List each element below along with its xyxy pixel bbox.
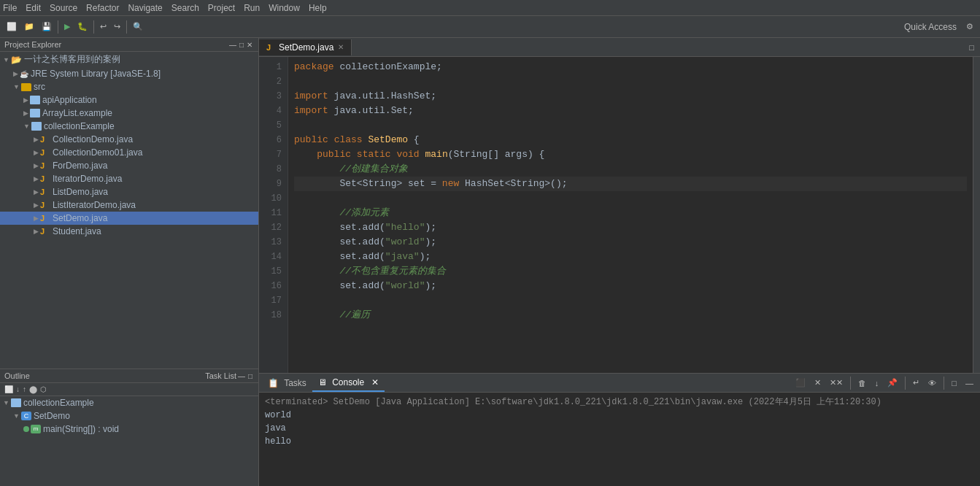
tab-setdemo[interactable]: SetDemo.java ✕: [259, 39, 352, 55]
tree-src[interactable]: ▼ src: [0, 80, 258, 93]
src-expand-icon: ▼: [13, 83, 20, 90]
outline-header: Outline Task List — □: [0, 369, 258, 383]
menu-project[interactable]: Project: [208, 3, 235, 13]
close-button[interactable]: ✕: [245, 41, 254, 49]
menu-run[interactable]: Run: [244, 3, 260, 13]
class-icon: C: [21, 412, 31, 420]
outline-btn-3[interactable]: ↑: [21, 385, 28, 394]
class-expand-icon: ▼: [13, 412, 20, 420]
outline-package[interactable]: ▼ collectionExample: [0, 396, 258, 409]
menu-source[interactable]: Source: [50, 3, 77, 13]
tasks-label: Tasks: [284, 378, 306, 388]
maximize-button[interactable]: □: [238, 41, 245, 49]
api-icon: [30, 96, 40, 104]
menu-edit[interactable]: Edit: [26, 3, 41, 13]
editor-tab-bar: SetDemo.java ✕ □: [259, 38, 980, 57]
menu-window[interactable]: Window: [269, 3, 300, 13]
code-editor[interactable]: 123456789101112131415161718 package coll…: [259, 57, 980, 373]
outline-class[interactable]: ▼ C SetDemo: [0, 409, 258, 423]
line-number-9: 9: [265, 177, 282, 191]
new-button[interactable]: ⬜: [4, 20, 20, 33]
code-line-16: set.add("world");: [294, 279, 967, 293]
tree-IteratorDemo[interactable]: ▶ IteratorDemo.java: [0, 172, 258, 185]
save-button[interactable]: 💾: [39, 20, 55, 33]
project-explorer: Project Explorer — □ ✕ ▼ 📂 一计之长博客用到的案例 ▶…: [0, 38, 258, 369]
console-pin-btn[interactable]: 📌: [884, 377, 900, 389]
tree-collection[interactable]: ▼ collectionExample: [0, 120, 258, 133]
undo-button[interactable]: ↩: [97, 20, 109, 33]
outline-toolbar: ⬜ ↓ ↑ ⬤ ⬡: [0, 383, 258, 396]
console-close-icon[interactable]: ✕: [371, 377, 379, 387]
line-number-3: 3: [265, 89, 282, 104]
method-access-icon: [23, 426, 29, 432]
menu-search[interactable]: Search: [171, 3, 199, 13]
open-button[interactable]: 📁: [21, 20, 37, 33]
code-content[interactable]: package collectionExample; import java.u…: [288, 57, 973, 373]
tree-ListDemo[interactable]: ▶ ListDemo.java: [0, 185, 258, 198]
outline-title: Outline: [4, 371, 199, 380]
tree-SetDemo[interactable]: ▶ SetDemo.java: [0, 212, 258, 225]
arraylist-expand-icon: ▶: [23, 109, 28, 117]
console-terminate-btn[interactable]: ✕: [811, 377, 824, 389]
console-maximize-btn[interactable]: □: [949, 377, 960, 389]
console-clear-btn[interactable]: 🗑: [855, 377, 869, 389]
outline-btn-2[interactable]: ↓: [15, 385, 21, 394]
tab-close-icon[interactable]: ✕: [338, 43, 344, 51]
console-remove-btn[interactable]: ✕✕: [827, 377, 846, 389]
menu-navigate[interactable]: Navigate: [128, 3, 162, 13]
console-area: 📋 Tasks 🖥 Console ✕ ⬛ ✕ ✕✕ 🗑 ↓ 📌: [259, 373, 980, 486]
outline-btn-4[interactable]: ⬤: [28, 385, 39, 394]
console-view-btn[interactable]: 👁: [925, 377, 939, 389]
console-scroll-btn[interactable]: ↓: [872, 377, 882, 389]
menu-help[interactable]: Help: [309, 3, 327, 13]
minimize-button[interactable]: —: [228, 41, 238, 49]
console-output-line: hello: [265, 435, 974, 448]
editor-scrollbar[interactable]: [973, 57, 980, 373]
toolbar-settings[interactable]: ⚙: [963, 20, 976, 33]
jre-icon: ☕: [20, 70, 28, 78]
cd01-label: CollectionDemo01.java: [53, 147, 142, 158]
tree-CollectionDemo01[interactable]: ▶ CollectionDemo01.java: [0, 146, 258, 159]
code-line-17: [294, 293, 967, 308]
console-minimize-btn[interactable]: —: [962, 377, 976, 389]
tree-ListIteratorDemo[interactable]: ▶ ListIteratorDemo.java: [0, 198, 258, 212]
outline-maximize[interactable]: □: [247, 372, 254, 380]
tree-apiApplication[interactable]: ▶ apiApplication: [0, 93, 258, 107]
task-list-tab[interactable]: Task List: [205, 371, 236, 380]
pkg-label: collectionExample: [23, 398, 94, 408]
menu-file[interactable]: File: [3, 3, 17, 13]
class-label: SetDemo: [34, 411, 70, 421]
console-icon: 🖥: [318, 377, 327, 387]
console-sep2: [905, 377, 906, 390]
sd-label: SetDemo.java: [53, 213, 107, 223]
outline-method[interactable]: m main(String[]) : void: [0, 423, 258, 436]
line-number-12: 12: [265, 220, 282, 235]
tree-jre[interactable]: ▶ ☕ JRE System Library [JavaSE-1.8]: [0, 67, 258, 80]
tree-CollectionDemo[interactable]: ▶ CollectionDemo.java: [0, 133, 258, 146]
tab-tasks[interactable]: 📋 Tasks: [262, 375, 312, 391]
console-stop-btn[interactable]: ⬛: [792, 377, 809, 389]
run-button[interactable]: ▶: [61, 20, 73, 33]
outline-btn-1[interactable]: ⬜: [3, 385, 15, 394]
tree-root[interactable]: ▼ 📂 一计之长博客用到的案例: [0, 52, 258, 67]
api-expand-icon: ▶: [23, 96, 28, 104]
search-button[interactable]: 🔍: [130, 20, 146, 33]
outline-tree: ▼ collectionExample ▼ C SetDemo m main(S…: [0, 396, 258, 486]
toolbar-separator-1: [58, 20, 58, 34]
code-line-18: //遍历: [294, 308, 967, 323]
tree-ForDemo[interactable]: ▶ ForDemo.java: [0, 159, 258, 172]
line-numbers: 123456789101112131415161718: [259, 57, 288, 373]
id-label: IteratorDemo.java: [53, 174, 122, 184]
outline-btn-5[interactable]: ⬡: [39, 385, 48, 394]
editor-maximize-btn[interactable]: □: [966, 42, 977, 53]
menu-refactor[interactable]: Refactor: [86, 3, 119, 13]
outline-minimize[interactable]: —: [236, 372, 247, 380]
redo-button[interactable]: ↪: [111, 20, 123, 33]
tree-Student[interactable]: ▶ Student.java: [0, 225, 258, 238]
tab-console[interactable]: 🖥 Console ✕: [312, 374, 385, 392]
line-number-10: 10: [265, 191, 282, 206]
debug-button[interactable]: 🐛: [74, 20, 90, 33]
tree-arraylist[interactable]: ▶ ArrayList.example: [0, 107, 258, 120]
toolbar: ⬜ 📁 💾 ▶ 🐛 ↩ ↪ 🔍 Quick Access ⚙: [0, 16, 980, 38]
console-word-wrap[interactable]: ↵: [910, 377, 922, 389]
